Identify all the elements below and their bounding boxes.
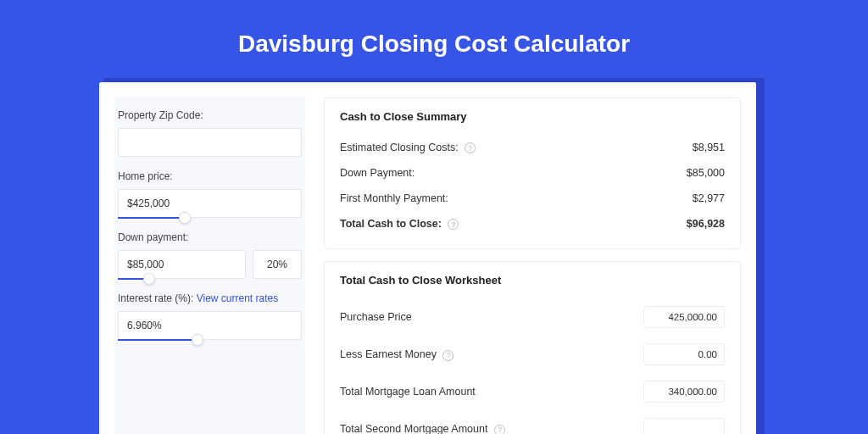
home-price-label: Home price: — [118, 170, 302, 182]
zip-block: Property Zip Code: — [114, 109, 305, 157]
slider-thumb[interactable] — [143, 273, 155, 285]
worksheet-row-label: Less Earnest Money ? — [340, 348, 453, 360]
home-price-slider[interactable] — [118, 189, 302, 218]
input-sidebar: Property Zip Code: Home price: Down paym… — [114, 97, 305, 434]
card-shadow: Property Zip Code: Home price: Down paym… — [103, 78, 765, 434]
results-area: Cash to Close Summary Estimated Closing … — [324, 97, 741, 434]
worksheet-panel: Total Cash to Close Worksheet Purchase P… — [324, 261, 741, 434]
down-payment-pct-input[interactable] — [253, 250, 302, 279]
worksheet-row: Total Second Mortgage Amount ? — [340, 410, 725, 434]
worksheet-value-input[interactable] — [643, 381, 725, 403]
down-payment-input[interactable] — [118, 250, 246, 279]
help-icon[interactable]: ? — [442, 350, 453, 361]
worksheet-row-label: Total Mortgage Loan Amount — [340, 386, 476, 398]
down-payment-block: Down payment: — [114, 231, 305, 279]
slider-thumb[interactable] — [179, 212, 191, 224]
worksheet-row-label: Total Second Mortgage Amount ? — [340, 423, 505, 434]
interest-label-text: Interest rate (%): — [118, 292, 193, 304]
worksheet-value-input[interactable] — [643, 418, 725, 434]
summary-total-value: $96,928 — [687, 218, 725, 230]
worksheet-value-input[interactable] — [643, 306, 725, 328]
help-icon[interactable]: ? — [448, 219, 459, 230]
slider-thumb[interactable] — [192, 334, 203, 346]
summary-total-label: Total Cash to Close: ? — [340, 218, 459, 230]
summary-row-value: $2,977 — [693, 192, 725, 204]
worksheet-row: Total Mortgage Loan Amount — [340, 373, 725, 410]
summary-heading: Cash to Close Summary — [340, 110, 725, 123]
summary-row-label: Estimated Closing Costs: ? — [340, 142, 476, 153]
down-payment-slider[interactable] — [118, 250, 246, 279]
home-price-block: Home price: — [114, 170, 305, 218]
interest-block: Interest rate (%): View current rates — [114, 292, 305, 340]
worksheet-row: Purchase Price — [340, 298, 725, 336]
zip-label: Property Zip Code: — [118, 109, 302, 121]
page-title: Davisburg Closing Cost Calculator — [238, 31, 630, 58]
zip-input[interactable] — [118, 128, 302, 157]
summary-row-value: $8,951 — [693, 142, 725, 153]
summary-row: Down Payment: $85,000 — [340, 160, 725, 186]
down-payment-label: Down payment: — [118, 231, 302, 243]
worksheet-row-label: Purchase Price — [340, 311, 412, 323]
summary-total-row: Total Cash to Close: ? $96,928 — [340, 211, 725, 236]
summary-panel: Cash to Close Summary Estimated Closing … — [324, 97, 741, 249]
help-icon[interactable]: ? — [465, 142, 476, 153]
help-icon[interactable]: ? — [494, 425, 505, 435]
interest-input[interactable] — [118, 311, 302, 340]
worksheet-value-input[interactable] — [643, 343, 725, 365]
calculator-card: Property Zip Code: Home price: Down paym… — [99, 82, 756, 434]
summary-row-label: Down Payment: — [340, 167, 415, 179]
summary-row: First Monthly Payment: $2,977 — [340, 186, 725, 211]
view-rates-link[interactable]: View current rates — [197, 292, 279, 304]
summary-row-label: First Monthly Payment: — [340, 192, 448, 204]
interest-slider[interactable] — [118, 311, 302, 340]
worksheet-row: Less Earnest Money ? — [340, 336, 725, 373]
home-price-input[interactable] — [118, 189, 302, 218]
interest-label: Interest rate (%): View current rates — [118, 292, 302, 304]
worksheet-heading: Total Cash to Close Worksheet — [340, 274, 725, 287]
summary-row-value: $85,000 — [687, 167, 725, 179]
summary-row: Estimated Closing Costs: ? $8,951 — [340, 135, 725, 160]
